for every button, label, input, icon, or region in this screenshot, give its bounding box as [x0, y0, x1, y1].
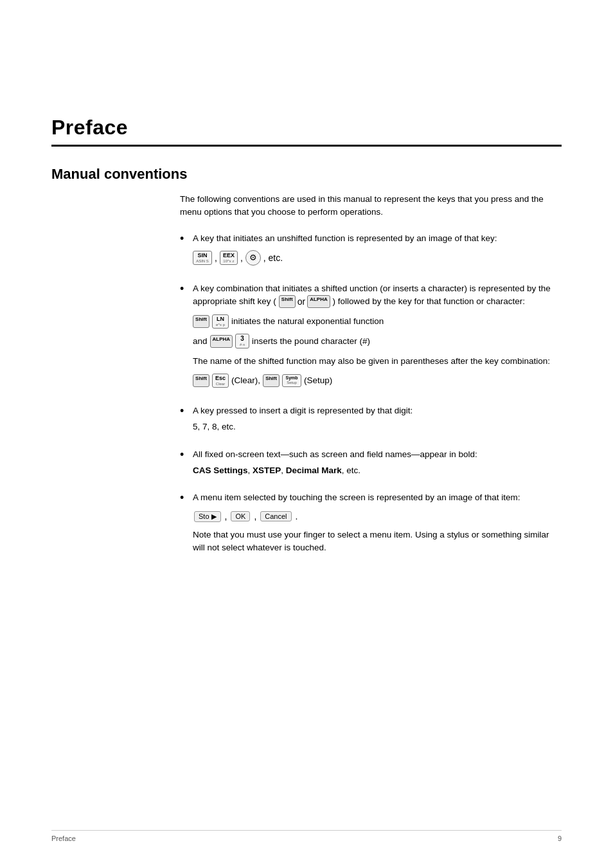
- comma-ok: ,: [254, 511, 256, 521]
- ln-key-main: LN: [217, 316, 224, 323]
- bullet-content-2: A key combination that initiates a shift…: [193, 282, 562, 393]
- shift-key-clear[interactable]: Shift: [193, 374, 209, 387]
- esc-key-example[interactable]: Esc Clear: [212, 374, 229, 388]
- and-text: and: [193, 335, 208, 348]
- bullet-content-1: A key that initiates an unshifted functi…: [193, 232, 497, 271]
- bullet-content-5: A menu item selected by touching the scr…: [193, 491, 562, 554]
- finger-note: Note that you must use your finger to se…: [193, 529, 562, 555]
- page-title: Preface: [51, 116, 562, 140]
- etc-bold: , etc.: [342, 466, 360, 475]
- bullet-text-4: All fixed on-screen text—such as screen …: [193, 448, 477, 461]
- bullet-content-4: All fixed on-screen text—such as screen …: [193, 448, 477, 480]
- clear-label-paren: (Clear),: [231, 374, 260, 387]
- intro-text: The following conventions are used in th…: [180, 193, 562, 219]
- bullet-row-3: • A key pressed to insert a digit is rep…: [180, 404, 562, 437]
- alpha-key-label: ALPHA: [310, 296, 328, 303]
- bullet-content-3: A key pressed to insert a digit is repre…: [193, 404, 413, 437]
- key-examples-1: SIN ASIN S , EEX 10^x z , ⚙ , etc.: [193, 250, 497, 266]
- decimal-mark-bold: Decimal Mark: [286, 466, 342, 475]
- shift-ln-desc: initiates the natural exponential functi…: [231, 315, 384, 328]
- bullet-row-5: • A menu item selected by touching the s…: [180, 491, 562, 554]
- etc-1: , etc.: [263, 253, 283, 263]
- eex-key[interactable]: EEX 10^x z: [220, 251, 238, 265]
- comma-2: ,: [240, 253, 243, 263]
- bullet-section-5: • A menu item selected by touching the s…: [180, 491, 562, 554]
- section-title: Manual conventions: [51, 166, 562, 183]
- bold-examples: CAS Settings, XSTEP, Decimal Mark, etc.: [193, 464, 477, 478]
- comma-sto: ,: [225, 511, 227, 521]
- bullet-section-1: • A key that initiates an unshifted func…: [180, 232, 562, 271]
- cancel-menu-btn[interactable]: Cancel: [260, 511, 291, 521]
- alpha-3-desc: inserts the pound character (#): [252, 335, 370, 348]
- bullet-section-3: • A key pressed to insert a digit is rep…: [180, 404, 562, 437]
- sto-menu-btn[interactable]: Sto ▶: [194, 511, 221, 522]
- bullet-dot-2: •: [180, 281, 193, 297]
- or-text: or: [298, 296, 305, 307]
- title-divider: [51, 145, 562, 147]
- alpha-key-e2-label: ALPHA: [213, 336, 231, 343]
- setup-label-paren: (Setup): [304, 374, 332, 387]
- bullet-dot-3: •: [180, 403, 193, 419]
- bullet-text-1: A key that initiates an unshifted functi…: [193, 233, 497, 243]
- esc-key-sub: Clear: [216, 382, 225, 386]
- shift-key-e1-label: Shift: [195, 316, 207, 323]
- comma-1: ,: [215, 253, 217, 263]
- bullet-section-2: • A key combination that initiates a shi…: [180, 282, 562, 393]
- eex-key-sub: 10^x z: [223, 259, 234, 264]
- symb-key-main: Symb: [285, 375, 298, 381]
- clear-setup-example: Shift Esc Clear (Clear), Shift Symb Set: [193, 374, 562, 388]
- footer-section-label: Preface: [51, 835, 76, 842]
- bullet-dot-5: •: [180, 490, 193, 506]
- three-key-sub: # n: [240, 343, 245, 347]
- bullet-text-2b: ) followed by the key for that function …: [333, 296, 525, 306]
- shift-key-inline[interactable]: Shift: [279, 295, 296, 308]
- bullet-row-1: • A key that initiates an unshifted func…: [180, 232, 562, 271]
- eex-key-main: EEX: [223, 252, 235, 259]
- bullet-text-5: A menu item selected by touching the scr…: [193, 491, 562, 504]
- shifted-note: The name of the shifted function may als…: [193, 355, 562, 368]
- footer-page-number: 9: [558, 835, 562, 842]
- shift-setup-label: Shift: [265, 375, 277, 382]
- symb-key-sub: Setup: [287, 381, 297, 385]
- esc-key-main: Esc: [215, 375, 226, 382]
- bullet-dot-1: •: [180, 231, 193, 247]
- alpha-key-inline[interactable]: ALPHA: [307, 295, 330, 308]
- sub-block-2: Shift LN e^x p initiates the natural exp…: [193, 314, 562, 348]
- shift-alpha-inline: Shift or ALPHA: [279, 295, 330, 308]
- alpha-key-example2[interactable]: ALPHA: [210, 335, 233, 348]
- bullet-row-2: • A key combination that initiates a shi…: [180, 282, 562, 393]
- symb-key-example[interactable]: Symb Setup: [282, 374, 301, 387]
- menu-items-example: Sto ▶ , OK , Cancel .: [193, 511, 562, 522]
- sin-key[interactable]: SIN ASIN S: [193, 251, 212, 265]
- bullet-row-4: • All fixed on-screen text—such as scree…: [180, 448, 562, 480]
- content-area: Preface Manual conventions The following…: [0, 0, 613, 617]
- xstep-bold: XSTEP: [253, 466, 281, 475]
- ln-key-example[interactable]: LN e^x p: [212, 314, 229, 329]
- ln-key-sub: e^x p: [216, 323, 225, 327]
- shift-key-example1[interactable]: Shift: [193, 315, 209, 328]
- bullet-dot-4: •: [180, 447, 193, 463]
- three-key-main: 3: [240, 335, 244, 343]
- cas-settings-bold: CAS Settings: [193, 466, 248, 475]
- bullet-text-3: A key pressed to insert a digit is repre…: [193, 404, 413, 417]
- footer: Preface 9: [51, 830, 562, 842]
- period-menu: .: [296, 511, 298, 521]
- shift-key-setup[interactable]: Shift: [263, 374, 280, 387]
- digit-example: 5, 7, 8, etc.: [193, 420, 413, 434]
- shift-ln-example: Shift LN e^x p initiates the natural exp…: [193, 314, 562, 329]
- sin-key-main: SIN: [197, 252, 207, 259]
- shift-clear-label: Shift: [195, 375, 207, 382]
- ok-menu-btn[interactable]: OK: [231, 511, 250, 521]
- alpha-3-example: and ALPHA 3 # n inserts the pound charac…: [193, 334, 562, 348]
- page: Preface Manual conventions The following…: [0, 0, 613, 868]
- shift-key-label: Shift: [281, 296, 293, 303]
- settings-gear-icon[interactable]: ⚙: [245, 250, 261, 266]
- sin-key-sub: ASIN S: [196, 259, 209, 264]
- bullet-section-4: • All fixed on-screen text—such as scree…: [180, 448, 562, 480]
- three-key-example[interactable]: 3 # n: [235, 334, 249, 348]
